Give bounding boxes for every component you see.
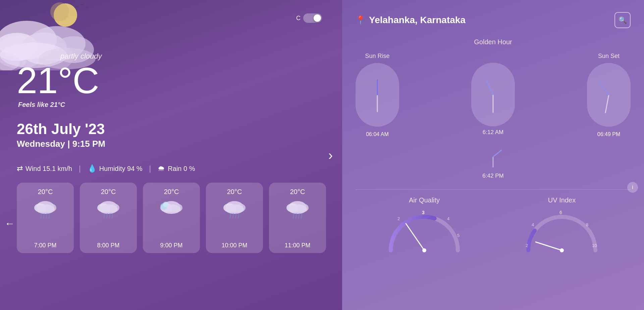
humidity-icon: 💧 — [88, 164, 97, 173]
humidity-label: Humidity 94 % — [99, 165, 143, 173]
hourly-time-2: 9:00 PM — [160, 242, 182, 249]
svg-line-41 — [235, 214, 236, 218]
date-sub: Wednesday | 9:15 PM — [17, 139, 105, 149]
location-text: Yelahanka, Karnataka — [369, 15, 466, 25]
gauges-row: Air Quality — [356, 196, 631, 254]
date-info: 26th July '23 Wednesday | 9:15 PM — [17, 121, 105, 149]
hourly-time-1: 8:00 PM — [97, 242, 119, 249]
svg-line-59 — [406, 224, 424, 250]
sunset-label: Sun Set — [598, 53, 620, 60]
location-bar: 📍 Yelahanka, Karnataka 🔍 — [356, 12, 631, 28]
divider-1: | — [79, 164, 81, 173]
svg-point-34 — [163, 202, 168, 207]
svg-line-18 — [44, 214, 44, 218]
svg-text:2: 2 — [397, 216, 400, 221]
sunset-card: Sun Set 06:49 PM — [587, 53, 631, 137]
svg-line-20 — [49, 214, 50, 218]
hourly-temp-4: 20°C — [290, 188, 305, 196]
wind-icon: ⇄ — [17, 164, 23, 173]
toggle-switch[interactable] — [303, 13, 322, 23]
svg-line-49 — [299, 214, 299, 218]
toggle-knob — [314, 14, 321, 22]
uv-index-title: UV Index — [548, 196, 576, 204]
hourly-time-0: 7:00 PM — [34, 242, 56, 249]
svg-line-42 — [238, 214, 239, 218]
svg-text:8: 8 — [586, 222, 588, 227]
svg-line-17 — [41, 214, 42, 218]
hourly-card-1: 20°C 8:00 PM — [80, 183, 137, 253]
uv-index-section: UV Index — [522, 196, 602, 254]
svg-line-19 — [46, 214, 47, 218]
svg-point-24 — [99, 204, 118, 214]
svg-line-39 — [230, 214, 231, 218]
hourly-card-2: 20°C 9:00 PM — [143, 183, 200, 253]
feels-like: Feels like 21°C — [18, 101, 102, 109]
search-button[interactable]: 🔍 — [614, 12, 631, 28]
svg-line-54 — [486, 80, 493, 95]
hourly-temp-0: 20°C — [38, 188, 53, 196]
location-pin-icon: 📍 — [356, 15, 366, 25]
sunrise-clock — [356, 63, 399, 127]
svg-text:4: 4 — [447, 216, 449, 221]
hourly-time-4: 11:00 PM — [284, 242, 310, 249]
air-quality-title: Air Quality — [409, 196, 440, 204]
unit-toggle-area[interactable]: C — [296, 13, 322, 23]
solar-noon-card: 6:12 AM 6:42 PM — [471, 53, 515, 179]
golden-end-clock — [471, 145, 515, 170]
svg-line-50 — [301, 214, 302, 218]
info-button[interactable]: i — [627, 182, 638, 193]
rain-icon: 🌧 — [158, 164, 165, 173]
hourly-icon-3 — [223, 199, 246, 222]
air-quality-gauge: 1 2 3 4 5 — [384, 207, 465, 254]
svg-line-25 — [104, 214, 105, 218]
next-arrow[interactable]: › — [328, 147, 333, 163]
svg-point-67 — [560, 248, 564, 252]
right-panel: 📍 Yelahanka, Karnataka 🔍 Golden Hour Sun… — [342, 0, 644, 310]
hourly-forecast: 20°C 7:00 PM20°C 8:00 PM20°C 9:00 — [17, 183, 326, 253]
hourly-card-4: 20°C 11:00 PM — [269, 183, 326, 253]
svg-line-48 — [296, 214, 297, 218]
svg-text:10: 10 — [592, 243, 597, 248]
hourly-temp-2: 20°C — [164, 188, 179, 196]
svg-line-56 — [493, 150, 501, 157]
svg-text:6: 6 — [559, 210, 562, 215]
divider-2: | — [149, 164, 151, 173]
wind-stat: ⇄ Wind 15.1 km/h — [17, 164, 72, 173]
sunset-time: 06:49 PM — [597, 131, 620, 137]
hourly-temp-1: 20°C — [101, 188, 116, 196]
sunrise-card: Sun Rise 06:04 AM — [356, 53, 399, 137]
svg-point-16 — [36, 204, 55, 214]
svg-text:5: 5 — [457, 233, 460, 238]
golden-end-time: 6:42 PM — [482, 173, 503, 179]
svg-text:2: 2 — [526, 243, 528, 248]
sunrise-time: 06:04 AM — [366, 131, 389, 137]
hourly-time-3: 10:00 PM — [221, 242, 247, 249]
section-divider — [356, 189, 631, 190]
date-main: 26th July '23 — [17, 121, 105, 137]
wind-label: Wind 15.1 km/h — [25, 165, 72, 173]
stats-row: ⇄ Wind 15.1 km/h | 💧 Humidity 94 % | 🌧 R… — [17, 164, 195, 173]
solar-noon-time: 6:12 AM — [483, 129, 503, 136]
prev-arrow[interactable]: ← — [5, 218, 15, 229]
hourly-card-3: 20°C 10:00 PM — [206, 183, 263, 253]
svg-line-28 — [112, 214, 113, 218]
svg-point-1 — [50, 2, 69, 21]
hourly-temp-3: 20°C — [227, 188, 242, 196]
uv-index-gauge: 2 4 6 8 10 — [522, 207, 602, 254]
svg-line-66 — [536, 242, 562, 250]
left-panel: C partly cloudy 21°C Feels like 21°C 26t… — [0, 0, 342, 310]
rain-label: Rain 0 % — [168, 165, 195, 173]
hourly-icon-4 — [286, 199, 309, 222]
hourly-icon-0 — [34, 199, 57, 222]
temperature-display: 21°C — [17, 62, 102, 99]
svg-line-47 — [293, 214, 294, 218]
air-quality-section: Air Quality — [384, 196, 465, 254]
toggle-label: C — [296, 15, 301, 22]
weather-info: partly cloudy 21°C Feels like 21°C — [17, 52, 102, 109]
svg-line-40 — [233, 214, 233, 218]
svg-text:3: 3 — [422, 210, 425, 215]
sunset-clock — [587, 63, 631, 127]
solar-noon-clock — [471, 63, 515, 126]
golden-hour-grid: Sun Rise 06:04 AM 6: — [356, 53, 631, 179]
humidity-stat: 💧 Humidity 94 % — [88, 164, 143, 173]
